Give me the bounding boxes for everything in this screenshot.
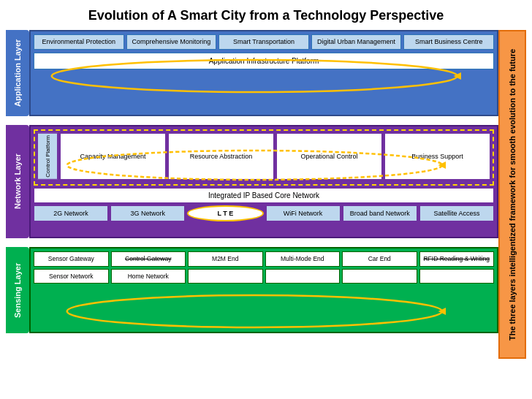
business-support: Business Support bbox=[384, 133, 490, 180]
app-infra: Application Infrastructure Platform bbox=[34, 53, 494, 69]
network-layer-label: Network Layer bbox=[6, 125, 29, 238]
2g-network: 2G Network bbox=[34, 205, 108, 221]
control-gateway: Control Gateway bbox=[111, 251, 186, 266]
broadband-network: Broad band Network bbox=[343, 205, 417, 221]
sensing-grid: Sensor Gateway Control Gateway M2M End M… bbox=[34, 251, 494, 283]
satellite-access: Satellite Access bbox=[419, 205, 494, 221]
sensing-layer: Sensor Gateway Control Gateway M2M End M… bbox=[29, 247, 498, 333]
3g-network: 3G Network bbox=[110, 205, 185, 221]
home-network: Home Network bbox=[111, 269, 186, 284]
control-platform: Control Platform bbox=[37, 133, 58, 180]
sense-empty-2 bbox=[265, 269, 341, 284]
app-box-transport: Smart Transportation bbox=[218, 34, 309, 50]
sense-empty-1 bbox=[188, 269, 263, 284]
rfid-reading: RFID Reading & Writing bbox=[419, 251, 495, 266]
car-end: Car End bbox=[342, 251, 417, 266]
network-layer: Control Platform Capacity Management Res… bbox=[29, 125, 498, 238]
multi-mode-end: Multi-Mode End bbox=[265, 251, 341, 266]
app-box-monitoring: Comprehensive Monitoring bbox=[126, 34, 217, 50]
access-boxes: 2G Network 3G Network L T E WiFi Network… bbox=[34, 205, 494, 221]
integrated-ip: Integrated IP Based Core Network bbox=[34, 188, 494, 203]
network-dashed-box: Control Platform Capacity Management Res… bbox=[34, 129, 494, 186]
app-box-business: Smart Business Centre bbox=[403, 34, 494, 50]
sense-empty-4 bbox=[419, 269, 495, 284]
app-layer-label: Application Layer bbox=[6, 30, 29, 116]
resource-abstraction: Resource Abstraction bbox=[168, 133, 274, 180]
network-top-row: Control Platform Capacity Management Res… bbox=[37, 133, 490, 180]
m2m-end: M2M End bbox=[188, 251, 263, 266]
page-title: Evolution of A Smart City from a Technol… bbox=[0, 0, 532, 30]
application-layer: Environmental Protection Comprehensive M… bbox=[29, 30, 498, 116]
operational-control: Operational Control bbox=[276, 133, 382, 180]
app-boxes: Environmental Protection Comprehensive M… bbox=[34, 34, 494, 50]
wifi-network: WiFi Network bbox=[266, 205, 341, 221]
right-label: The three layers intelligentized framewo… bbox=[498, 30, 526, 359]
capacity-management: Capacity Management bbox=[60, 133, 166, 180]
sense-empty-3 bbox=[342, 269, 417, 284]
lte-box: L T E bbox=[187, 205, 263, 221]
app-box-env: Environmental Protection bbox=[34, 34, 124, 50]
sensor-network: Sensor Network bbox=[34, 269, 109, 284]
app-box-urban: Digital Urban Management bbox=[311, 34, 402, 50]
sensing-layer-label: Sensing Layer bbox=[6, 247, 29, 333]
sensor-gateway: Sensor Gateway bbox=[34, 251, 109, 266]
